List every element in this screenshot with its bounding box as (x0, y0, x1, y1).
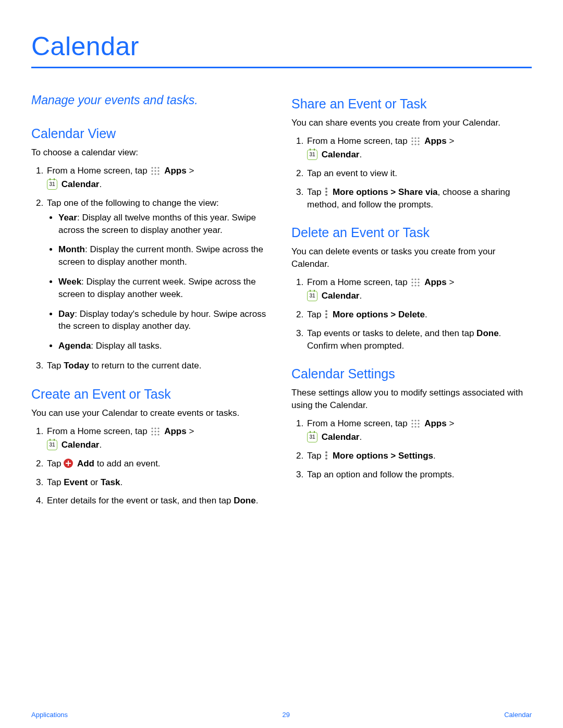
svg-point-6 (152, 173, 153, 175)
text: > (187, 426, 194, 436)
svg-point-35 (418, 285, 420, 286)
text: Tap (307, 187, 324, 197)
add-label: Add (77, 459, 94, 468)
text: Tap (307, 451, 324, 461)
calendar-icon: 31 (47, 440, 57, 450)
list-item: Tap events or tasks to delete, and then … (306, 327, 532, 352)
text: . (425, 310, 427, 319)
page-footer: Applications 29 Calendar (0, 711, 563, 719)
apps-label: Apps (424, 418, 447, 428)
list-item: Month: Display the current month. Swipe … (58, 243, 272, 268)
svg-point-4 (155, 170, 156, 171)
more-options-icon (325, 310, 328, 319)
footer-page-number: 29 (282, 711, 289, 719)
svg-point-43 (415, 426, 417, 427)
svg-point-10 (155, 427, 156, 429)
list-item: Agenda: Display all tasks. (58, 340, 272, 352)
view-options: Year: Display all twelve months of this … (47, 212, 272, 352)
svg-point-40 (415, 423, 417, 424)
list-item: From a Home screen, tap Apps > 31 Calend… (306, 417, 532, 443)
text: . (359, 291, 362, 301)
section-delete-event: Delete an Event or Task You can delete e… (291, 225, 532, 352)
calendar-view-intro: To choose a calendar view: (31, 146, 272, 158)
text: From a Home screen, tap (307, 136, 410, 146)
svg-point-1 (155, 167, 156, 168)
apps-icon (411, 278, 420, 287)
svg-point-24 (412, 143, 413, 145)
text: From a Home screen, tap (47, 426, 150, 436)
svg-point-26 (418, 143, 420, 145)
list-item: Enter details for the event or task, and… (46, 495, 272, 507)
apps-label: Apps (164, 166, 187, 176)
heading-calendar-settings: Calendar Settings (291, 366, 532, 381)
page: Calendar Manage your events and tasks. C… (0, 0, 563, 728)
section-share-event: Share an Event or Task You can share eve… (291, 96, 532, 211)
svg-point-13 (155, 430, 156, 432)
svg-point-25 (415, 143, 417, 145)
share-intro: You can share events you create from you… (291, 117, 532, 129)
text: From a Home screen, tap (307, 277, 410, 287)
svg-point-38 (418, 419, 420, 421)
apps-icon (151, 427, 160, 436)
list-item: Tap Add to add an event. (46, 458, 272, 470)
text: . (359, 150, 362, 159)
apps-label: Apps (424, 277, 447, 287)
svg-point-30 (412, 281, 413, 283)
text: . (99, 440, 102, 450)
svg-point-19 (415, 137, 417, 139)
list-item: Tap an event to view it. (306, 167, 532, 180)
text: Today (64, 361, 89, 371)
apps-label: Apps (424, 136, 447, 146)
svg-point-8 (158, 173, 160, 175)
text: : Display all tasks. (91, 341, 162, 351)
text: Tap (47, 477, 64, 487)
calendar-label: Calendar (322, 291, 360, 301)
share-steps: From a Home screen, tap Apps > 31 Calend… (291, 135, 532, 211)
text: : Display today's schedule by hour. Swip… (58, 309, 266, 331)
svg-point-27 (412, 278, 413, 280)
text: : Display the current month. Swipe acros… (58, 244, 263, 267)
create-intro: You can use your Calendar to create even… (31, 407, 272, 419)
text: Enter details for the event or task, and… (47, 496, 234, 505)
text: to add an event. (97, 459, 161, 468)
svg-point-15 (152, 434, 153, 435)
svg-point-37 (415, 419, 417, 421)
text: > (447, 418, 455, 428)
svg-point-12 (152, 430, 153, 432)
apps-icon (151, 166, 160, 176)
page-title: Calendar (31, 31, 532, 67)
svg-point-33 (412, 285, 413, 286)
text: From a Home screen, tap (47, 166, 150, 176)
intro-text: Manage your events and tasks. (31, 93, 272, 107)
calendar-icon: 31 (307, 291, 317, 301)
text: Month (58, 244, 85, 254)
text: More options > Settings (333, 451, 433, 461)
column-right: Share an Event or Task You can share eve… (291, 93, 532, 522)
list-item: Tap one of the following to change the v… (46, 197, 272, 352)
svg-point-36 (412, 419, 413, 421)
svg-point-31 (415, 281, 417, 283)
list-item: Tap More options > Delete. (306, 309, 532, 321)
svg-point-9 (152, 427, 153, 429)
list-item: Tap Event or Task. (46, 476, 272, 489)
text: : Display all twelve months of this year… (58, 213, 256, 235)
text: . (433, 451, 436, 461)
section-create-event: Create an Event or Task You can use your… (31, 387, 272, 507)
heading-delete-event: Delete an Event or Task (291, 225, 532, 240)
list-item: Week: Display the current week. Swipe ac… (58, 276, 272, 301)
svg-point-14 (158, 430, 160, 432)
calendar-view-steps: From a Home screen, tap Apps > 31 Calend… (31, 165, 272, 372)
calendar-icon: 31 (307, 150, 317, 160)
settings-steps: From a Home screen, tap Apps > 31 Calend… (291, 417, 532, 480)
text: > (447, 277, 455, 287)
columns: Manage your events and tasks. Calendar V… (31, 93, 532, 522)
text: . (99, 179, 102, 189)
text: Tap (47, 459, 64, 468)
text: . (256, 496, 259, 505)
text: Done (476, 328, 499, 338)
more-options-icon (325, 451, 328, 460)
svg-point-2 (158, 167, 160, 168)
svg-point-0 (152, 167, 153, 168)
list-item: From a Home screen, tap Apps > 31 Calend… (306, 276, 532, 302)
calendar-label: Calendar (62, 440, 100, 450)
